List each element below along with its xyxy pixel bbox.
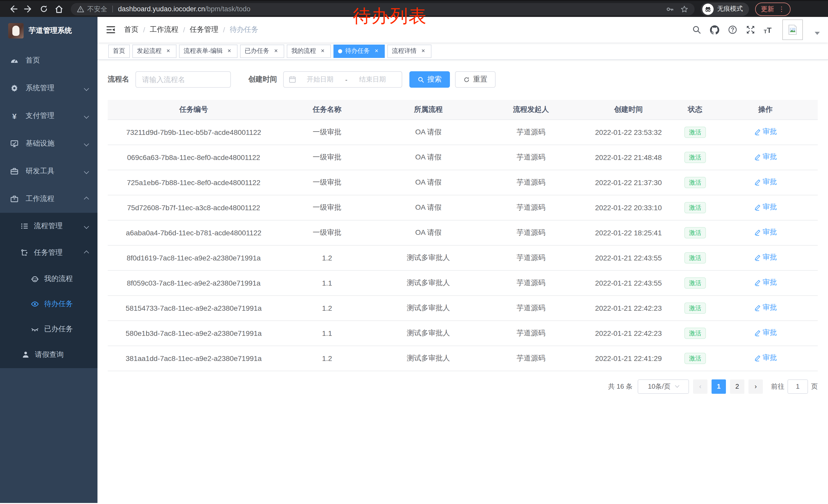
update-label[interactable]: 更新: [761, 4, 774, 13]
search-icon[interactable]: [692, 25, 701, 34]
tab-form-edit[interactable]: 流程表单-编辑×: [179, 44, 238, 58]
close-icon[interactable]: ×: [420, 47, 427, 55]
tab-home[interactable]: 首页: [108, 44, 130, 58]
sidebar-item-devtools[interactable]: 研发工具: [0, 157, 97, 185]
annotation-todo-list: 待办列表: [353, 4, 427, 28]
reset-button[interactable]: 重置: [455, 71, 496, 88]
browser-menu-icon[interactable]: ⋮: [778, 5, 785, 13]
update-button[interactable]: 更新 ⋮: [755, 2, 791, 16]
total-count: 共 16 条: [608, 382, 632, 391]
breadcrumb-task-mgmt[interactable]: 任务管理: [190, 25, 218, 34]
sidebar-item-process-mgmt[interactable]: 流程管理: [0, 213, 97, 239]
tab-done-task[interactable]: 已办任务×: [240, 44, 284, 58]
sidebar-item-todo-task[interactable]: 待办任务: [0, 291, 97, 316]
cell-task-name: 一级审批: [280, 195, 374, 220]
breadcrumb-home[interactable]: 首页: [124, 25, 138, 34]
github-icon[interactable]: [710, 25, 719, 34]
back-icon[interactable]: [5, 2, 20, 16]
incognito-label: 无痕模式: [717, 5, 743, 13]
sidebar-item-system[interactable]: 系统管理: [0, 74, 97, 102]
sidebar-item-infra[interactable]: 基础设施: [0, 130, 97, 157]
search-button[interactable]: 搜索: [409, 71, 450, 88]
col-actions: 操作: [713, 100, 818, 120]
sidebar-item-task-mgmt[interactable]: 任务管理: [0, 239, 97, 266]
cell-create-time: 2022-01-21 22:43:55: [580, 245, 677, 270]
app-logo-row[interactable]: 芋道管理系统: [0, 17, 97, 44]
key-icon[interactable]: [666, 5, 674, 13]
page-button-1[interactable]: 1: [711, 379, 726, 394]
fullscreen-icon[interactable]: [746, 25, 755, 34]
sidebar-item-payment[interactable]: ¥ 支付管理: [0, 102, 97, 130]
cell-process: 测试多审批人: [374, 270, 482, 295]
approve-link[interactable]: 审批: [754, 278, 777, 287]
cell-task-name: 一级审批: [280, 170, 374, 195]
avatar[interactable]: [782, 19, 803, 40]
close-icon[interactable]: ×: [373, 47, 380, 55]
briefcase-icon: [10, 195, 18, 203]
help-icon[interactable]: [728, 25, 737, 34]
sidebar-item-my-process[interactable]: 我的流程: [0, 266, 97, 291]
breadcrumb-workflow[interactable]: 工作流程: [150, 25, 178, 34]
sidebar-fold-icon[interactable]: [106, 25, 116, 35]
bookmark-star-icon[interactable]: [680, 5, 689, 13]
cell-process: OA 请假: [374, 195, 482, 220]
tab-process-detail[interactable]: 流程详情×: [387, 44, 431, 58]
home-icon[interactable]: [51, 2, 67, 16]
sidebar-item-home[interactable]: 首页: [0, 47, 97, 74]
close-icon[interactable]: ×: [226, 47, 233, 55]
sidebar-item-done-task[interactable]: 已办任务: [0, 316, 97, 341]
tab-todo-task[interactable]: 待办任务×: [333, 44, 385, 58]
avatar-caret-icon[interactable]: [815, 32, 820, 35]
tab-start-process[interactable]: 发起流程×: [132, 44, 176, 58]
approve-link[interactable]: 审批: [754, 303, 777, 313]
sidebar-item-label: 研发工具: [26, 167, 54, 176]
cell-create-time: 2022-01-21 22:43:55: [580, 270, 677, 295]
page-size-select[interactable]: 10条/页: [638, 379, 689, 394]
yen-icon: ¥: [10, 112, 18, 120]
tab-my-process[interactable]: 我的流程×: [287, 44, 331, 58]
sidebar-item-label: 流程管理: [34, 222, 63, 231]
search-form: 流程名 创建时间 开始日期 - 结束日期 搜索: [108, 71, 818, 88]
todo-task-table: 任务编号 任务名称 所属流程 流程发起人 创建时间 状态 操作 73211d9d…: [108, 100, 818, 371]
approve-link[interactable]: 审批: [754, 328, 777, 338]
close-icon[interactable]: ×: [319, 47, 326, 55]
chevron-up-icon: [84, 196, 89, 201]
close-icon[interactable]: ×: [165, 47, 172, 55]
reload-icon[interactable]: [36, 2, 51, 16]
approve-link[interactable]: 审批: [754, 127, 777, 137]
page-button-2[interactable]: 2: [730, 379, 744, 394]
approve-link[interactable]: 审批: [754, 203, 777, 212]
breadcrumb: 首页 / 工作流程 / 任务管理 / 待办任务: [124, 25, 258, 34]
chevron-down-icon: [84, 141, 89, 146]
approve-link[interactable]: 审批: [754, 178, 777, 187]
prev-page-button[interactable]: ‹: [693, 379, 707, 394]
sidebar-item-workflow[interactable]: 工作流程: [0, 185, 97, 213]
approve-link[interactable]: 审批: [754, 354, 777, 363]
col-create-time: 创建时间: [580, 100, 677, 120]
close-icon[interactable]: ×: [273, 47, 280, 55]
font-size-icon[interactable]: TT: [763, 26, 772, 34]
approve-link[interactable]: 审批: [754, 152, 777, 162]
sidebar-item-label: 请假查询: [35, 350, 64, 359]
approve-link[interactable]: 审批: [754, 228, 777, 237]
table-row: 75d72608-7b7f-11ec-a3c8-acde48001122 一级审…: [108, 195, 818, 220]
user-icon: [22, 351, 30, 359]
url-host[interactable]: dashboard.yudao.iocoder.cn: [118, 5, 205, 13]
start-date-placeholder[interactable]: 开始日期: [296, 75, 344, 84]
cell-starter: 芋道源码: [482, 245, 580, 270]
next-page-button[interactable]: ›: [748, 379, 763, 394]
approve-link[interactable]: 审批: [754, 253, 777, 262]
cell-create-time: 2022-01-22 20:33:10: [580, 195, 677, 220]
end-date-placeholder[interactable]: 结束日期: [348, 75, 397, 84]
cell-task-id: a6aba0a4-7b6d-11ec-b781-acde48001122: [108, 220, 280, 245]
col-starter: 流程发起人: [482, 100, 580, 120]
sidebar-item-leave-query[interactable]: 请假查询: [0, 341, 97, 368]
forward-icon[interactable]: [20, 2, 36, 16]
date-range-picker[interactable]: 开始日期 - 结束日期: [283, 71, 402, 88]
status-badge: 激活: [685, 202, 706, 213]
process-name-input[interactable]: [135, 71, 231, 88]
sidebar-item-label: 支付管理: [26, 111, 54, 121]
goto-page-input[interactable]: [787, 379, 808, 394]
security-label[interactable]: 不安全: [87, 4, 107, 13]
calendar-icon: [289, 76, 296, 83]
